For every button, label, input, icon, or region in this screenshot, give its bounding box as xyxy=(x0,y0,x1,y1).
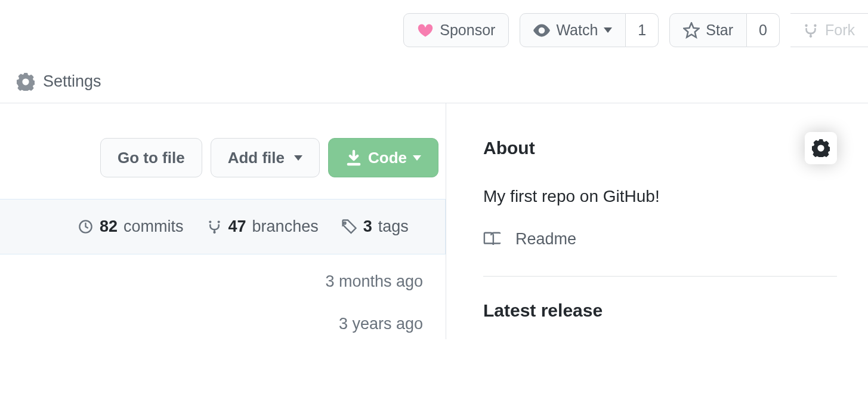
branches-count: 47 xyxy=(228,217,246,236)
branches-link[interactable]: 47 branches xyxy=(206,217,319,236)
star-group: Star 0 xyxy=(669,13,780,47)
gear-icon xyxy=(17,73,35,91)
fork-icon xyxy=(802,22,819,39)
gear-icon xyxy=(812,139,830,157)
sponsor-label: Sponsor xyxy=(440,20,495,41)
add-file-button[interactable]: Add file xyxy=(211,138,320,177)
caret-down-icon xyxy=(294,155,302,161)
repo-stats-bar: 82 commits 47 branches 3 tags xyxy=(0,199,446,254)
settings-label: Settings xyxy=(43,72,101,91)
about-settings-button[interactable] xyxy=(805,132,837,164)
go-to-file-button[interactable]: Go to file xyxy=(100,138,202,177)
repo-action-bar: Sponsor Watch 1 Star 0 Fork xyxy=(0,0,868,60)
commits-label: commits xyxy=(123,217,184,236)
watch-group: Watch 1 xyxy=(520,13,659,47)
heart-icon xyxy=(417,22,434,39)
commits-link[interactable]: 82 commits xyxy=(78,217,184,236)
file-action-row: Go to file Add file Code xyxy=(0,103,446,177)
file-time-1: 3 months ago xyxy=(0,254,423,297)
readme-label: Readme xyxy=(515,230,576,248)
about-header: About xyxy=(483,132,837,164)
sponsor-button[interactable]: Sponsor xyxy=(403,13,509,47)
watch-count[interactable]: 1 xyxy=(626,13,659,47)
star-button[interactable]: Star xyxy=(669,13,747,47)
fork-label: Fork xyxy=(825,20,855,41)
tag-icon xyxy=(341,219,357,235)
latest-release-heading: Latest release xyxy=(483,300,837,321)
code-button[interactable]: Code xyxy=(328,138,438,177)
about-description: My first repo on GitHub! xyxy=(483,187,837,206)
tags-label: tags xyxy=(378,217,409,236)
caret-down-icon xyxy=(413,155,421,161)
tags-link[interactable]: 3 tags xyxy=(341,217,409,236)
content-area: Go to file Add file Code 82 commits xyxy=(0,103,868,339)
left-column: Go to file Add file Code 82 commits xyxy=(0,103,446,339)
commits-count: 82 xyxy=(100,217,118,236)
caret-down-icon xyxy=(604,27,612,33)
watch-label: Watch xyxy=(556,20,598,41)
star-count[interactable]: 0 xyxy=(747,13,780,47)
file-list-times: 3 months ago 3 years ago xyxy=(0,254,446,339)
file-time-2: 3 years ago xyxy=(0,297,423,339)
download-icon xyxy=(345,149,362,166)
readme-link[interactable]: Readme xyxy=(483,230,837,248)
code-label: Code xyxy=(368,147,407,168)
settings-tab[interactable]: Settings xyxy=(0,60,868,103)
fork-group: Fork xyxy=(790,13,868,47)
tags-count: 3 xyxy=(363,217,372,236)
branch-icon xyxy=(206,219,223,235)
watch-button[interactable]: Watch xyxy=(520,13,626,47)
eye-icon xyxy=(533,22,550,39)
book-icon xyxy=(483,231,501,248)
history-icon xyxy=(78,219,94,235)
branches-label: branches xyxy=(252,217,319,236)
add-file-label: Add file xyxy=(228,147,285,168)
star-label: Star xyxy=(706,20,733,41)
fork-button[interactable]: Fork xyxy=(790,13,868,47)
right-column: About My first repo on GitHub! Readme La… xyxy=(446,103,868,339)
divider xyxy=(483,276,837,277)
star-icon xyxy=(683,22,700,39)
about-title: About xyxy=(483,138,535,158)
